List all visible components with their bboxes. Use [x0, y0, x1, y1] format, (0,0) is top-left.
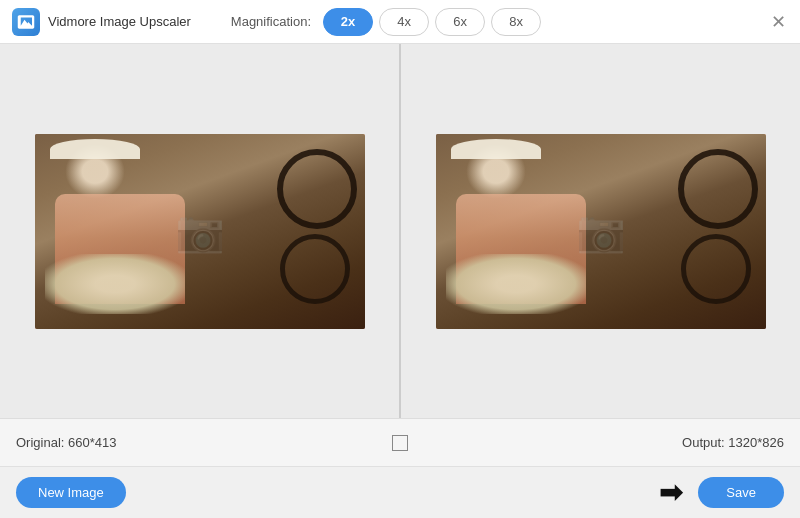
main-content: [0, 44, 800, 418]
save-button[interactable]: Save: [698, 477, 784, 508]
close-button[interactable]: ✕: [771, 13, 786, 31]
upscaled-image-panel: [401, 44, 800, 418]
mag-btn-6x[interactable]: 6x: [435, 8, 485, 36]
mag-btn-2x[interactable]: 2x: [323, 8, 373, 36]
new-image-button[interactable]: New Image: [16, 477, 126, 508]
arrow-icon: ➡: [659, 476, 682, 509]
info-bar: Original: 660*413 Output: 1320*826: [0, 418, 800, 466]
app-logo: [12, 8, 40, 36]
app-title: Vidmore Image Upscaler: [48, 14, 191, 29]
original-image-panel: [0, 44, 401, 418]
mag-btn-4x[interactable]: 4x: [379, 8, 429, 36]
divider-icon: [392, 435, 408, 451]
bottom-bar: New Image ➡ Save: [0, 466, 800, 518]
mag-btn-8x[interactable]: 8x: [491, 8, 541, 36]
magnification-buttons: 2x 4x 6x 8x: [323, 8, 541, 36]
upscaled-image: [436, 134, 766, 329]
magnification-label: Magnification:: [231, 14, 311, 29]
original-image: [35, 134, 365, 329]
title-bar: Vidmore Image Upscaler Magnification: 2x…: [0, 0, 800, 44]
output-dimensions: Output: 1320*826: [682, 435, 784, 450]
original-dimensions: Original: 660*413: [16, 435, 116, 450]
right-actions: ➡ Save: [659, 476, 784, 509]
